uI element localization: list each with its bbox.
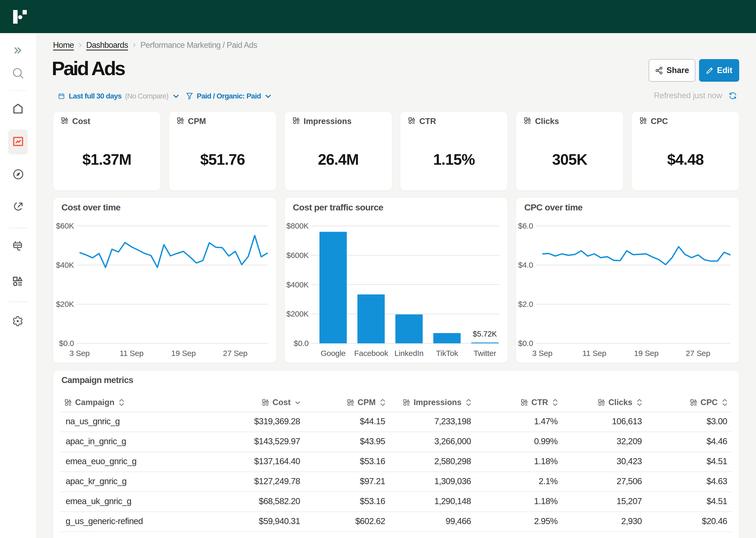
- svg-text:$5.72K: $5.72K: [473, 330, 497, 338]
- svg-text:19 Sep: 19 Sep: [171, 349, 196, 357]
- svg-text:19 Sep: 19 Sep: [634, 349, 659, 357]
- svg-text:3 Sep: 3 Sep: [532, 349, 552, 357]
- svg-text:Twitter: Twitter: [473, 349, 496, 357]
- svg-text:27 Sep: 27 Sep: [686, 349, 710, 357]
- svg-text:$0.0: $0.0: [518, 339, 533, 348]
- svg-text:3 Sep: 3 Sep: [70, 349, 90, 357]
- svg-text:$800K: $800K: [286, 221, 309, 230]
- svg-text:Google: Google: [320, 349, 346, 357]
- svg-text:$200K: $200K: [286, 309, 309, 318]
- svg-text:11 Sep: 11 Sep: [119, 349, 143, 357]
- svg-text:TikTok: TikTok: [436, 349, 458, 357]
- svg-text:$60K: $60K: [56, 221, 74, 230]
- svg-text:11 Sep: 11 Sep: [583, 349, 606, 357]
- svg-text:Facebook: Facebook: [354, 349, 389, 357]
- svg-text:$2.0: $2.0: [518, 300, 533, 308]
- svg-text:$0.0: $0.0: [59, 339, 74, 348]
- svg-text:$40K: $40K: [56, 261, 74, 269]
- svg-text:27 Sep: 27 Sep: [223, 349, 247, 357]
- svg-text:$600K: $600K: [286, 251, 309, 259]
- svg-text:$6.0: $6.0: [518, 221, 533, 230]
- svg-text:$20K: $20K: [56, 300, 74, 308]
- svg-text:$400K: $400K: [286, 280, 309, 289]
- svg-text:LinkedIn: LinkedIn: [394, 349, 423, 357]
- svg-text:$4.0: $4.0: [518, 261, 533, 269]
- svg-text:$0.0: $0.0: [294, 339, 308, 348]
